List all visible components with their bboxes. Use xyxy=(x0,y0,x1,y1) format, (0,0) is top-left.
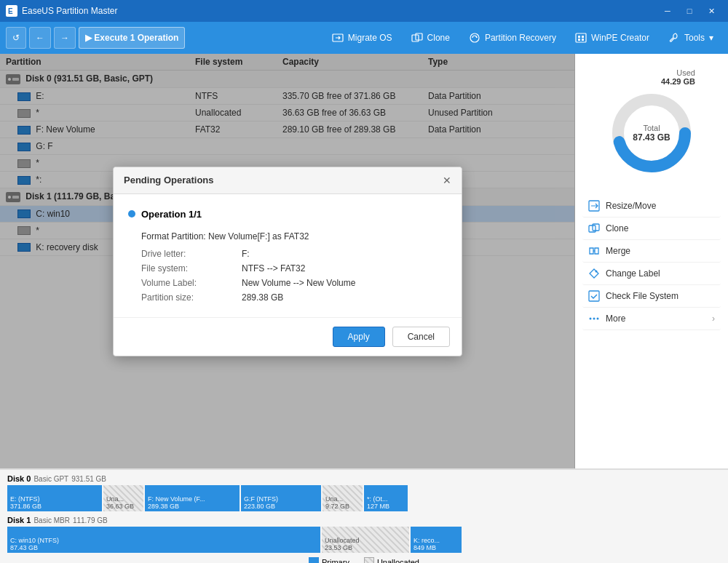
close-button[interactable]: ✕ xyxy=(700,0,722,22)
change-label-button[interactable]: Change Label xyxy=(582,263,721,285)
cancel-button[interactable]: Cancel xyxy=(392,327,450,347)
clone-icon xyxy=(411,32,423,44)
primary-color-swatch xyxy=(309,557,319,563)
svg-rect-7 xyxy=(578,36,580,38)
back-icon: ← xyxy=(36,33,44,43)
disk1-seg-K[interactable]: K: reco... 849 MB xyxy=(411,527,462,553)
disk-map: Disk 0 Basic GPT 931.51 GB E: (NTFS) 371… xyxy=(0,468,728,563)
execute-button[interactable]: ▶ Execute 1 Operation xyxy=(79,27,185,49)
legend-primary: Primary xyxy=(309,557,349,563)
svg-rect-10 xyxy=(582,39,584,41)
modal-title: Pending Operations xyxy=(124,175,214,185)
resize-icon xyxy=(588,200,600,212)
fs-label: File system: xyxy=(141,263,236,273)
disk1-seg-una[interactable]: Unallocated 23.53 GB xyxy=(322,527,409,553)
disk0-map-size: 931.51 GB xyxy=(71,475,106,483)
refresh-icon: ↺ xyxy=(12,33,20,43)
toolbar: ↺ ← → ▶ Execute 1 Operation Migrate OS C… xyxy=(0,22,728,54)
clone-action-button[interactable]: Clone xyxy=(582,217,721,240)
partition-size-label: Partition size: xyxy=(141,292,236,303)
partition-size-value: 289.38 GB xyxy=(242,292,447,303)
svg-rect-8 xyxy=(582,36,584,38)
disk0-map-type: Basic GPT xyxy=(33,475,68,483)
modal-close-button[interactable]: ✕ xyxy=(443,175,451,186)
disk0-seg-una2[interactable]: Una... 9.72 GB xyxy=(323,485,363,511)
maximize-button[interactable]: □ xyxy=(678,0,700,22)
modal-header: Pending Operations ✕ xyxy=(114,167,462,194)
volume-label-label: Volume Label: xyxy=(141,278,236,288)
partition-recovery-button[interactable]: Partition Recovery xyxy=(460,27,565,49)
svg-point-25 xyxy=(593,318,596,320)
drive-letter-label: Drive letter: xyxy=(141,249,236,259)
disk1-map-row: Disk 1 Basic MBR 111.79 GB C: win10 (NTF… xyxy=(7,516,721,553)
modal-overlay: Pending Operations ✕ Operation 1/1 Forma… xyxy=(0,54,575,468)
drive-letter-value: F: xyxy=(242,249,447,259)
total-label: Total xyxy=(633,124,670,132)
svg-rect-6 xyxy=(576,33,586,42)
recovery-icon xyxy=(469,32,480,44)
check-fs-button[interactable]: Check File System xyxy=(582,285,721,308)
minimize-button[interactable]: ─ xyxy=(657,0,678,22)
disk0-map-header: Disk 0 Basic GPT 931.51 GB xyxy=(7,474,721,483)
more-button[interactable]: More › xyxy=(582,308,721,330)
used-label: Used xyxy=(582,68,710,77)
forward-button[interactable]: → xyxy=(54,27,76,49)
svg-point-5 xyxy=(470,33,479,42)
disk0-bar: E: (NTFS) 371.86 GB Una... 36.63 GB F: N… xyxy=(7,485,721,511)
op-description: Format Partition: New Volume[F:] as FAT3… xyxy=(141,231,447,241)
back-button[interactable]: ← xyxy=(29,27,51,49)
refresh-button[interactable]: ↺ xyxy=(6,27,26,49)
disk1-map-size: 111.79 GB xyxy=(73,516,108,524)
migrate-os-button[interactable]: Migrate OS xyxy=(323,27,401,49)
tools-button[interactable]: Tools ▾ xyxy=(660,27,722,49)
op-details: Drive letter: F: File system: NTFS --> F… xyxy=(141,249,447,303)
forward-icon: → xyxy=(60,33,69,43)
disk0-seg-G[interactable]: G:F (NTFS) 223.80 GB xyxy=(241,485,321,511)
unallocated-color-swatch xyxy=(364,557,374,563)
svg-text:E: E xyxy=(8,7,13,15)
disk-map-legend: Primary Unallocated xyxy=(7,557,721,563)
svg-rect-9 xyxy=(578,39,580,41)
disk0-seg-E[interactable]: E: (NTFS) 371.86 GB xyxy=(7,485,102,511)
modal-footer: Apply Cancel xyxy=(114,317,462,356)
disk0-seg-star[interactable]: *: (Ot... 127 MB xyxy=(364,485,408,511)
disk0-seg-una1[interactable]: Una... 36.63 GB xyxy=(103,485,143,511)
operation-title: Operation 1/1 xyxy=(128,209,447,220)
app-title: EaseUS Partition Master xyxy=(22,6,657,16)
clone-toolbar-button[interactable]: Clone xyxy=(403,27,459,49)
legend-unallocated: Unallocated xyxy=(364,557,419,563)
disk0-map-row: Disk 0 Basic GPT 931.51 GB E: (NTFS) 371… xyxy=(7,474,721,511)
winpe-creator-button[interactable]: WinPE Creator xyxy=(566,27,658,49)
app-icon: E xyxy=(6,5,17,17)
window-controls: ─ □ ✕ xyxy=(657,0,722,22)
clone-action-icon xyxy=(588,223,600,234)
label-icon xyxy=(588,268,600,279)
disk1-map-type: Basic MBR xyxy=(33,516,69,524)
merge-icon xyxy=(588,245,600,257)
apply-button[interactable]: Apply xyxy=(333,327,385,347)
used-size: 44.29 GB xyxy=(582,77,710,86)
disk0-seg-F[interactable]: F: New Volume (F... 289.38 GB xyxy=(145,485,240,511)
migrate-icon xyxy=(332,32,344,44)
disk1-map-name: Disk 1 xyxy=(7,516,31,524)
modal-body: Operation 1/1 Format Partition: New Volu… xyxy=(114,194,462,317)
toolbar-left: ↺ ← → ▶ Execute 1 Operation xyxy=(6,27,185,49)
disk1-map-header: Disk 1 Basic MBR 111.79 GB xyxy=(7,516,721,524)
svg-point-24 xyxy=(590,318,592,320)
total-size: 87.43 GB xyxy=(633,132,670,143)
disk1-bar: C: win10 (NTFS) 87.43 GB Unallocated 23.… xyxy=(7,527,721,553)
svg-point-26 xyxy=(597,318,599,320)
disk1-seg-C[interactable]: C: win10 (NTFS) 87.43 GB xyxy=(7,527,320,553)
merge-button[interactable]: Merge xyxy=(582,240,721,263)
more-icon xyxy=(588,313,600,324)
more-chevron-icon: › xyxy=(712,314,715,324)
donut-chart: Total 87.43 GB xyxy=(608,89,695,177)
svg-rect-23 xyxy=(589,291,599,301)
title-bar: E EaseUS Partition Master ─ □ ✕ xyxy=(0,0,728,22)
toolbar-right: Migrate OS Clone Partition Recovery WinP… xyxy=(323,27,722,49)
check-fs-icon xyxy=(588,290,600,302)
resize-move-button[interactable]: Resize/Move xyxy=(582,195,721,217)
winpe-icon xyxy=(575,32,587,44)
svg-point-22 xyxy=(596,271,598,273)
disk-usage-chart: Used 44.29 GB Total 87.43 GB xyxy=(582,61,721,195)
